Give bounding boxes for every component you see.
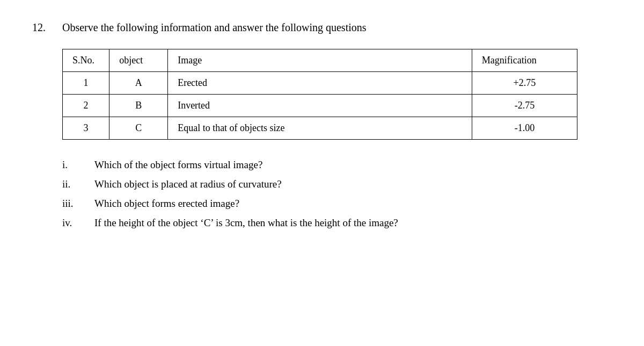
data-table: S.No. object Image Magnification 1AErect…: [62, 49, 577, 140]
cell-sno: 3: [63, 117, 109, 140]
cell-magnification: +2.75: [472, 72, 577, 95]
table-container: S.No. object Image Magnification 1AErect…: [62, 49, 612, 140]
cell-object: B: [109, 95, 168, 117]
header-magnification: Magnification: [472, 49, 577, 72]
header-image: Image: [168, 49, 472, 72]
header-object: object: [109, 49, 168, 72]
table-row: 3CEqual to that of objects size-1.00: [63, 117, 577, 140]
sub-question-label: iii.: [62, 198, 82, 210]
table-row: 2BInverted-2.75: [63, 95, 577, 117]
table-header-row: S.No. object Image Magnification: [63, 49, 577, 72]
sub-question-label: iv.: [62, 217, 82, 229]
cell-image: Erected: [168, 72, 472, 95]
cell-object: C: [109, 117, 168, 140]
cell-sno: 2: [63, 95, 109, 117]
header-sno: S.No.: [63, 49, 109, 72]
table-row: 1AErected+2.75: [63, 72, 577, 95]
sub-question-item: iii.Which object forms erected image?: [62, 198, 612, 210]
sub-question-text: Which object forms erected image?: [94, 198, 239, 210]
sub-question-item: i.Which of the object forms virtual imag…: [62, 159, 612, 171]
sub-question-text: Which of the object forms virtual image?: [94, 159, 262, 171]
cell-sno: 1: [63, 72, 109, 95]
question-header: 12. Observe the following information an…: [32, 21, 612, 34]
sub-question-text: Which object is placed at radius of curv…: [94, 178, 282, 190]
cell-magnification: -1.00: [472, 117, 577, 140]
sub-questions: i.Which of the object forms virtual imag…: [62, 159, 612, 229]
cell-magnification: -2.75: [472, 95, 577, 117]
sub-question-item: ii.Which object is placed at radius of c…: [62, 178, 612, 190]
sub-question-label: ii.: [62, 178, 82, 190]
sub-question-item: iv.If the height of the object ‘C’ is 3c…: [62, 217, 612, 229]
cell-image: Equal to that of objects size: [168, 117, 472, 140]
cell-object: A: [109, 72, 168, 95]
question-number: 12.: [32, 21, 54, 34]
sub-question-label: i.: [62, 159, 82, 171]
cell-image: Inverted: [168, 95, 472, 117]
question-text: Observe the following information and an…: [62, 21, 367, 34]
sub-question-text: If the height of the object ‘C’ is 3cm, …: [94, 217, 398, 229]
